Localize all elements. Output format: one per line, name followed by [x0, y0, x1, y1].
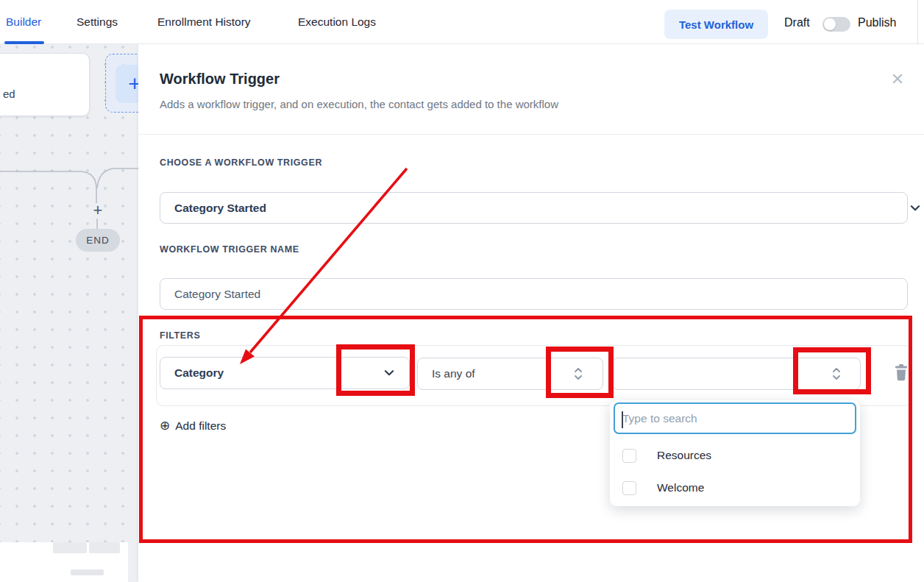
close-icon[interactable]: ✕ [889, 71, 906, 88]
filter-value-select[interactable] [612, 358, 861, 390]
tab-builder[interactable]: Builder [6, 0, 41, 44]
trigger-name-label: WORKFLOW TRIGGER NAME [160, 244, 299, 255]
tab-settings[interactable]: Settings [77, 0, 118, 44]
workflow-trigger-panel: Workflow Trigger Adds a workflow trigger… [138, 44, 924, 582]
workflow-step-card[interactable]: ed [0, 53, 90, 116]
publish-toggle[interactable] [822, 17, 850, 32]
chevron-down-icon [383, 366, 396, 380]
add-filters-button[interactable]: ⊕ Add filters [160, 418, 226, 433]
step-card-label: ed [3, 88, 15, 100]
dropdown-option-resources[interactable]: Resources [610, 441, 860, 470]
plus-circle-icon: ⊕ [160, 418, 170, 433]
trigger-name-input[interactable]: Category Started [160, 278, 908, 310]
dropdown-option-welcome[interactable]: Welcome [610, 473, 860, 503]
connector-lines [0, 44, 138, 582]
tab-execution-logs[interactable]: Execution Logs [298, 0, 376, 44]
publish-label: Publish [858, 16, 896, 29]
trigger-type-select[interactable]: Category Started [160, 192, 908, 224]
skeleton-bar [53, 542, 87, 553]
delete-filter-trash-icon[interactable] [893, 363, 909, 381]
filter-operator-select[interactable]: Is any of [417, 358, 603, 390]
header-divider [138, 134, 924, 135]
filter-field-select[interactable]: Category [160, 357, 410, 389]
chevron-up-down-icon [831, 366, 842, 381]
toggle-knob [824, 18, 836, 30]
checkbox[interactable] [622, 449, 636, 463]
tab-enrollment-history[interactable]: Enrollment History [157, 0, 251, 44]
add-filters-label: Add filters [175, 419, 226, 433]
skeleton-bar [71, 569, 104, 575]
chevron-up-down-icon [572, 366, 584, 381]
workflow-canvas[interactable]: ed + + END [0, 44, 138, 582]
filter-value-dropdown: Resources Welcome [610, 400, 860, 506]
filters-label: FILTERS [160, 330, 200, 341]
filter-operator-value: Is any of [432, 367, 475, 380]
canvas-bottom-card [0, 542, 128, 582]
checkbox[interactable] [622, 481, 636, 495]
text-cursor [622, 411, 623, 428]
filter-field-value: Category [174, 366, 224, 380]
window-edge-divider [917, 0, 918, 44]
draft-label: Draft [784, 16, 810, 29]
trigger-name-value: Category Started [174, 288, 260, 301]
skeleton-bar [89, 542, 120, 553]
end-node-badge: END [76, 229, 120, 252]
dropdown-search-field[interactable] [614, 402, 856, 434]
test-workflow-button[interactable]: Test Workflow [664, 10, 768, 39]
panel-subtitle: Adds a workflow trigger, and on executio… [160, 98, 558, 110]
panel-title: Workflow Trigger [160, 71, 280, 88]
add-action-plus-icon[interactable]: + [90, 202, 106, 219]
trigger-select-label: CHOOSE A WORKFLOW TRIGGER [160, 157, 322, 168]
active-tab-underline [4, 41, 44, 44]
chevron-down-icon [909, 202, 922, 215]
dropdown-search-input[interactable] [622, 405, 847, 431]
trigger-type-value: Category Started [174, 202, 266, 215]
top-navigation-bar: Builder Settings Enrollment History Exec… [0, 0, 924, 44]
workflow-builder-page: ed + + END Builder Settings Enrollment H… [0, 0, 924, 582]
